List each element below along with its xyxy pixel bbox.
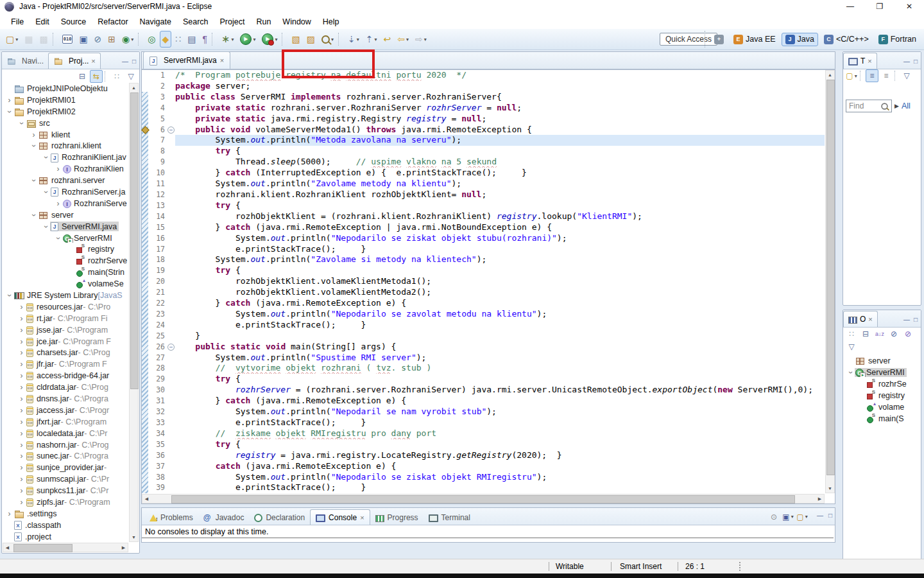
- expand-arrow[interactable]: [54, 234, 63, 242]
- link-with-editor-button[interactable]: ⇆: [90, 70, 103, 83]
- code-line[interactable]: 2package server;: [142, 81, 825, 92]
- tab-serverrmi-java[interactable]: ServerRMI.java: [143, 51, 230, 69]
- expand-arrow[interactable]: [42, 153, 51, 162]
- scroll-right-icon[interactable]: [119, 543, 128, 552]
- expand-arrow[interactable]: [17, 119, 26, 127]
- expand-arrow[interactable]: [17, 486, 26, 495]
- tree-item[interactable]: jfxrt.jar - C:\Program: [3, 416, 129, 428]
- expand-arrow[interactable]: [42, 188, 51, 196]
- new-java-class-button[interactable]: ◉▾: [119, 31, 136, 48]
- expand-arrow[interactable]: [17, 383, 26, 392]
- tree-item[interactable]: ServerRMI.java: [3, 221, 129, 232]
- expand-arrow[interactable]: [54, 199, 62, 208]
- menu-edit[interactable]: Edit: [30, 16, 55, 28]
- expand-arrow[interactable]: [17, 498, 26, 507]
- tab-declaration[interactable]: Declaration: [249, 510, 310, 525]
- last-edit-location-button[interactable]: ↩: [381, 31, 393, 48]
- code-line[interactable]: 9 Thread.sleep(5000); // uspime vlakno n…: [142, 157, 825, 168]
- tree-item[interactable]: jfr.jar - C:\Program F: [3, 358, 129, 370]
- code-line[interactable]: 10 } catch (InterruptedException e) { e.…: [142, 168, 825, 179]
- tree-item[interactable]: rozhrani.server: [3, 175, 129, 186]
- code-line[interactable]: 35 try {: [142, 439, 825, 450]
- c-cpp-perspective-button[interactable]: C<C/C++>: [820, 33, 873, 46]
- open-console-button[interactable]: ▢▾: [796, 511, 809, 523]
- new-java-package-button[interactable]: ⊞: [105, 31, 118, 48]
- expand-arrow[interactable]: [30, 211, 38, 219]
- tree-item[interactable]: volame: [844, 401, 920, 413]
- code-line[interactable]: 32 System.out.println("Nepodaril se nam …: [142, 407, 825, 417]
- code-line[interactable]: 12 rozhrani.klient.RozhraniKlient rozhOb…: [142, 189, 825, 200]
- back-button[interactable]: ⇦▾: [395, 31, 411, 48]
- link-with-editor-button[interactable]: ∷: [173, 31, 184, 48]
- skip-all-breakpoints-button[interactable]: ⊘: [92, 31, 105, 48]
- categorized-button[interactable]: ≡: [866, 69, 878, 82]
- expand-arrow[interactable]: [5, 291, 14, 299]
- scroll-up-icon[interactable]: [826, 71, 834, 79]
- new-task-button[interactable]: ▢▾: [845, 69, 858, 82]
- tree-item[interactable]: ProjektJNIPoleObjektu: [3, 83, 129, 94]
- tree-item[interactable]: sunec.jar - C:\Progra: [3, 451, 129, 462]
- code-line[interactable]: 30 rozhrServer = (rozhrani.server.Rozhra…: [142, 385, 825, 396]
- scrollbar-thumb[interactable]: [13, 544, 73, 552]
- expand-arrow[interactable]: [5, 509, 13, 518]
- tree-item[interactable]: JRE System Library [JavaS: [3, 290, 129, 301]
- tree-item[interactable]: cldrdata.jar - C:\Prog: [3, 381, 129, 393]
- expand-arrow[interactable]: [17, 441, 26, 450]
- maximize-view-button[interactable]: [828, 512, 832, 519]
- code-line[interactable]: 19 try {: [142, 265, 825, 276]
- close-icon[interactable]: [360, 513, 364, 522]
- tab-task-list[interactable]: T: [843, 53, 877, 69]
- code-line[interactable]: 7 System.out.println("Metoda zavolana na…: [142, 135, 825, 146]
- tree-item[interactable]: rozhrServe: [3, 255, 129, 267]
- code-line[interactable]: 34 // ziskame objekt RMIregistru pro dan…: [142, 428, 825, 439]
- fortran-perspective-button[interactable]: FFortran: [875, 33, 920, 46]
- expand-arrow[interactable]: [30, 177, 38, 185]
- minimize-view-button[interactable]: [903, 58, 910, 65]
- tree-item[interactable]: ServerRMI: [844, 367, 920, 378]
- tree-item[interactable]: registry: [3, 243, 129, 255]
- close-icon[interactable]: [868, 57, 871, 66]
- code-line[interactable]: 13 try {: [142, 200, 825, 211]
- focus-on-active-task-button[interactable]: ∷: [110, 70, 123, 83]
- scheduled-button[interactable]: ≡: [880, 69, 893, 82]
- editor-hscrollbar[interactable]: [142, 494, 825, 504]
- tree-item[interactable]: jsse.jar - C:\Program: [3, 324, 129, 336]
- expand-arrow[interactable]: [30, 142, 38, 150]
- close-icon[interactable]: [91, 57, 95, 66]
- tree-item[interactable]: resources.jar - C:\Pro: [3, 301, 129, 313]
- dropdown-arrow[interactable]: ▾: [357, 37, 359, 42]
- tree-item[interactable]: registry: [844, 390, 920, 401]
- expand-arrow[interactable]: [17, 326, 26, 335]
- scroll-up-icon[interactable]: [130, 83, 138, 92]
- dropdown-arrow[interactable]: ▾: [406, 37, 409, 42]
- code-line[interactable]: 16 System.out.println("Nepodarilo se zis…: [142, 233, 825, 244]
- code-line[interactable]: 26− public static void main(String[] arg…: [142, 342, 825, 353]
- next-annotation-button[interactable]: ⇣▾: [345, 31, 362, 48]
- tree-item[interactable]: sunjce_provider.jar -: [3, 462, 129, 473]
- all-link[interactable]: All: [902, 101, 911, 110]
- menu-file[interactable]: File: [5, 16, 30, 28]
- dropdown-arrow[interactable]: ▾: [855, 73, 857, 79]
- tree-item[interactable]: .classpath: [3, 520, 129, 531]
- code-line[interactable]: 4 private static rozhrani.server.Rozhran…: [142, 103, 825, 114]
- new-button[interactable]: ▢▾: [3, 31, 21, 48]
- minimize-view-button[interactable]: [817, 512, 823, 519]
- mark-occurrences-button[interactable]: ◆: [160, 31, 172, 48]
- menu-run[interactable]: Run: [250, 16, 277, 28]
- dropdown-arrow[interactable]: ▾: [275, 37, 277, 42]
- toggle-binary-literals-button[interactable]: 010: [60, 31, 76, 48]
- tree-item[interactable]: ProjektRMI01: [3, 94, 129, 106]
- tab-javadoc[interactable]: Javadoc: [198, 510, 250, 525]
- dropdown-arrow[interactable]: ▾: [331, 37, 334, 42]
- search-button[interactable]: ▾: [319, 31, 336, 48]
- tree-item[interactable]: RozhraniServe: [3, 198, 129, 209]
- scrollbar-thumb[interactable]: [171, 495, 795, 504]
- find-input[interactable]: Find: [846, 100, 892, 112]
- dropdown-arrow[interactable]: ▾: [15, 37, 18, 42]
- tab-project-explorer[interactable]: Proj...: [48, 53, 101, 69]
- scroll-down-icon[interactable]: [826, 484, 834, 493]
- code-line[interactable]: 23 System.out.println("Nepodarilo se zav…: [142, 309, 825, 320]
- dropdown-arrow[interactable]: ▾: [253, 37, 255, 42]
- code-line[interactable]: 39 e.printStackTrace(); }: [142, 482, 825, 493]
- expand-arrow-icon[interactable]: ▶: [894, 103, 899, 109]
